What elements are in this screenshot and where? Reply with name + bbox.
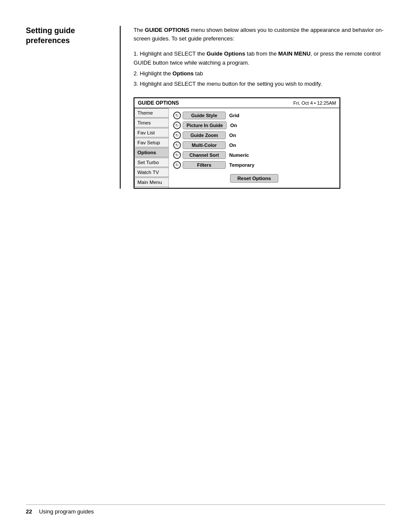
multi-color-value: On [229,143,236,148]
filters-value: Temporary [229,162,255,168]
guide-row-pictureinguide: ↻ Picture In Guide On [173,121,335,129]
sidebar-item-times[interactable]: Times [134,118,168,128]
reset-options-row: Reset Options [173,174,335,183]
guide-style-value: Grid [229,113,240,118]
footer-page-number: 22 [26,508,32,515]
step-1: Highlight and SELECT the Guide Options t… [134,50,385,68]
step-3: Highlight and SELECT the menu button for… [134,80,385,89]
sidebar-item-setturbo[interactable]: Set Turbo [134,158,168,167]
sidebar-item-theme[interactable]: Theme [134,108,168,118]
guide-row-guidezoom: ↻ Guide Zoom On [173,131,335,139]
guide-sidebar: Theme Times Fav List Fav Setup Options S… [134,108,169,188]
multi-color-icon: ↻ [173,141,181,149]
right-column: The GUIDE OPTIONS menu shown below allow… [121,26,385,189]
reset-options-button[interactable]: Reset Options [230,174,278,183]
sidebar-item-watchtv[interactable]: Watch TV [134,168,168,177]
channel-sort-value: Numeric [229,152,249,158]
guide-header-date: Fri, Oct 4 • 12:25AM [293,100,336,106]
guide-row-channelsort: ↻ Channel Sort Numeric [173,151,335,159]
picture-in-guide-value: On [230,123,237,128]
picture-in-guide-icon: ↻ [173,121,181,129]
footer-description: Using program guides [39,508,93,515]
intro-paragraph: The GUIDE OPTIONS menu shown below allow… [134,26,385,43]
guide-row-filters: ↻ Filters Temporary [173,161,335,169]
channel-sort-icon: ↻ [173,151,181,159]
sidebar-item-options[interactable]: Options [134,148,168,157]
page-layout: Setting guidepreferences The GUIDE OPTIO… [26,26,385,189]
guide-header: GUIDE OPTIONS Fri, Oct 4 • 12:25AM [134,98,339,108]
sidebar-item-favsetup[interactable]: Fav Setup [134,138,168,147]
guide-content: ↻ Guide Style Grid ↻ Picture In Guide On… [169,108,339,188]
section-title: Setting guidepreferences [26,26,111,46]
guide-style-icon: ↻ [173,112,181,119]
picture-in-guide-label[interactable]: Picture In Guide [183,121,227,129]
guide-body: Theme Times Fav List Fav Setup Options S… [134,108,339,188]
sidebar-item-mainmenu[interactable]: Main Menu [134,177,168,187]
guide-zoom-icon: ↻ [173,131,181,139]
left-column: Setting guidepreferences [26,26,121,189]
guide-row-multicolor: ↻ Multi-Color On [173,141,335,149]
guide-row-guidestyle: ↻ Guide Style Grid [173,112,335,119]
filters-label[interactable]: Filters [183,161,226,169]
step-2: Highlight the Options tab [134,69,385,78]
channel-sort-label[interactable]: Channel Sort [183,151,226,159]
guide-zoom-label[interactable]: Guide Zoom [183,131,226,139]
sidebar-item-favlist[interactable]: Fav List [134,128,168,137]
guide-style-label[interactable]: Guide Style [183,112,226,119]
steps-list: Highlight and SELECT the Guide Options t… [134,50,385,89]
multi-color-label[interactable]: Multi-Color [183,141,226,149]
guide-zoom-value: On [229,133,236,138]
guide-options-bold: GUIDE OPTIONS [145,27,189,33]
filters-icon: ↻ [173,161,181,169]
guide-header-title: GUIDE OPTIONS [138,100,179,106]
guide-options-box: GUIDE OPTIONS Fri, Oct 4 • 12:25AM Theme… [134,97,340,189]
footer-bar: 22 Using program guides [26,504,385,515]
